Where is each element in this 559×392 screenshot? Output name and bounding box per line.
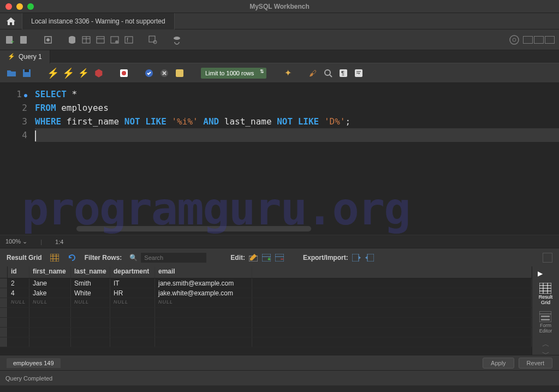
create-view-icon[interactable] bbox=[95, 34, 106, 45]
editor-toolbar: ⚡ ⚡ ⚡ ⬢ Limit to 1000 rows ✦ 🖌 ¶ bbox=[0, 63, 559, 83]
filter-input[interactable] bbox=[141, 253, 206, 263]
table-row[interactable]: 4JakeWhiteHRjake.white@example.com bbox=[0, 288, 532, 298]
wrap-icon[interactable] bbox=[354, 68, 364, 78]
grid-header: id first_name last_name department email bbox=[0, 266, 532, 278]
edit-row-icon[interactable] bbox=[248, 253, 258, 263]
app-title: MySQL Workbench bbox=[0, 3, 559, 10]
svg-rect-56 bbox=[541, 316, 550, 317]
svg-text:−: − bbox=[281, 256, 284, 262]
filter-label: Filter Rows: bbox=[85, 254, 122, 262]
refresh-icon[interactable] bbox=[67, 253, 77, 263]
apply-button[interactable]: Apply bbox=[483, 358, 514, 369]
settings-gear-icon[interactable] bbox=[509, 34, 520, 45]
titlebar: MySQL Workbench bbox=[0, 0, 559, 13]
limit-rows-select[interactable]: Limit to 1000 rows bbox=[201, 68, 266, 79]
svg-text:+: + bbox=[267, 256, 271, 262]
svg-rect-34 bbox=[50, 254, 59, 262]
result-area: id first_name last_name department email… bbox=[0, 266, 559, 355]
svg-rect-47 bbox=[367, 254, 374, 262]
search-table-icon[interactable] bbox=[147, 34, 158, 45]
grid-view-icon[interactable] bbox=[50, 253, 60, 263]
beautify-icon[interactable]: ✦ bbox=[283, 68, 293, 78]
status-bar: Query Completed bbox=[0, 370, 559, 385]
export-icon[interactable] bbox=[352, 253, 361, 263]
find-icon[interactable]: 🖌 bbox=[308, 68, 318, 78]
home-icon[interactable] bbox=[0, 13, 22, 29]
result-toolbar: Result Grid Filter Rows: 🔍 Edit: + − Exp… bbox=[0, 248, 559, 266]
revert-button[interactable]: Revert bbox=[519, 358, 552, 369]
toggle-left-panel-icon[interactable] bbox=[523, 36, 533, 44]
result-grid-label: Result Grid bbox=[7, 254, 42, 262]
open-sql-icon[interactable] bbox=[19, 34, 29, 45]
svg-line-30 bbox=[330, 75, 332, 77]
code-area[interactable]: SELECT * FROM employees WHERE first_name… bbox=[33, 83, 559, 235]
col-email[interactable]: email bbox=[155, 266, 252, 278]
table-row-null[interactable]: NULLNULLNULLNULLNULL bbox=[0, 298, 532, 308]
horizontal-scrollbar[interactable] bbox=[76, 226, 311, 231]
svg-rect-11 bbox=[97, 37, 104, 43]
editor-status: 100% | 1:4 bbox=[0, 235, 559, 248]
stop-icon[interactable]: ⬢ bbox=[94, 68, 104, 78]
cursor-position: 1:4 bbox=[55, 239, 63, 245]
toggle-bottom-panel-icon[interactable] bbox=[534, 36, 544, 44]
minimize-window-icon[interactable] bbox=[16, 3, 23, 10]
result-grid[interactable]: id first_name last_name department email… bbox=[0, 266, 532, 355]
svg-rect-46 bbox=[352, 254, 359, 262]
bolt-icon: ⚡ bbox=[8, 53, 15, 60]
connection-tab[interactable]: Local instance 3306 - Warning - not supp… bbox=[22, 13, 175, 29]
query-tab[interactable]: ⚡ Query 1 bbox=[0, 50, 50, 63]
connection-tabs: Local instance 3306 - Warning - not supp… bbox=[0, 13, 559, 29]
commit-icon[interactable] bbox=[144, 68, 154, 78]
invisible-chars-icon[interactable]: ¶ bbox=[338, 68, 348, 78]
scroll-options-icon[interactable]: ︿﹀ bbox=[542, 340, 550, 359]
inspector-icon[interactable] bbox=[43, 34, 53, 45]
svg-rect-57 bbox=[541, 319, 550, 320]
toggle-limiting-icon[interactable] bbox=[119, 68, 129, 78]
rollback-icon[interactable] bbox=[159, 68, 169, 78]
status-text: Query Completed bbox=[5, 375, 52, 382]
zoom-window-icon[interactable] bbox=[27, 3, 34, 10]
col-last-name[interactable]: last_name bbox=[71, 266, 110, 278]
form-editor-option[interactable]: Form Editor bbox=[539, 311, 552, 334]
svg-text:f: f bbox=[127, 37, 128, 43]
new-sql-tab-icon[interactable]: + bbox=[4, 34, 15, 45]
explain-icon[interactable]: ⚡ bbox=[79, 68, 88, 78]
create-schema-icon[interactable] bbox=[67, 34, 78, 45]
delete-row-icon[interactable]: − bbox=[275, 253, 284, 263]
svg-point-4 bbox=[46, 38, 50, 41]
result-bottom: employees 149 Apply Revert bbox=[0, 355, 559, 370]
edit-label: Edit: bbox=[230, 254, 245, 262]
result-grid-option[interactable]: Result Grid bbox=[539, 283, 553, 306]
add-row-icon[interactable]: + bbox=[261, 253, 271, 263]
save-file-icon[interactable] bbox=[22, 68, 32, 78]
search-icon[interactable] bbox=[323, 68, 333, 78]
svg-text:+: + bbox=[11, 39, 14, 45]
zoom-level[interactable]: 100% bbox=[5, 238, 27, 245]
autocommit-icon[interactable] bbox=[175, 68, 185, 78]
close-window-icon[interactable] bbox=[5, 3, 12, 10]
col-first-name[interactable]: first_name bbox=[29, 266, 71, 278]
table-row[interactable]: 2JaneSmithITjane.smith@example.com bbox=[0, 278, 532, 288]
svg-point-14 bbox=[115, 40, 118, 44]
execute-current-icon[interactable]: ⚡ bbox=[63, 68, 73, 78]
result-tab[interactable]: employees 149 bbox=[7, 358, 61, 368]
sql-editor[interactable]: 1● 2 3 4 SELECT * FROM employees WHERE f… bbox=[0, 83, 559, 235]
svg-point-20 bbox=[510, 35, 519, 44]
export-label: Export/Import: bbox=[303, 254, 348, 262]
col-id[interactable]: id bbox=[8, 266, 29, 278]
create-procedure-icon[interactable] bbox=[109, 34, 120, 45]
col-department[interactable]: department bbox=[110, 266, 155, 278]
query-tab-label: Query 1 bbox=[19, 53, 42, 61]
execute-icon[interactable]: ⚡ bbox=[48, 68, 58, 78]
toggle-right-panel-icon[interactable] bbox=[545, 36, 555, 44]
create-function-icon[interactable]: f bbox=[123, 34, 134, 45]
svg-point-21 bbox=[513, 38, 516, 41]
reconnect-icon[interactable] bbox=[171, 34, 182, 45]
open-file-icon[interactable] bbox=[7, 68, 16, 78]
svg-point-19 bbox=[174, 37, 180, 40]
import-icon[interactable] bbox=[365, 253, 374, 263]
svg-rect-23 bbox=[25, 69, 29, 72]
wrap-cells-icon[interactable] bbox=[543, 253, 552, 263]
create-table-icon[interactable] bbox=[81, 34, 92, 45]
svg-text:¶: ¶ bbox=[341, 70, 344, 76]
